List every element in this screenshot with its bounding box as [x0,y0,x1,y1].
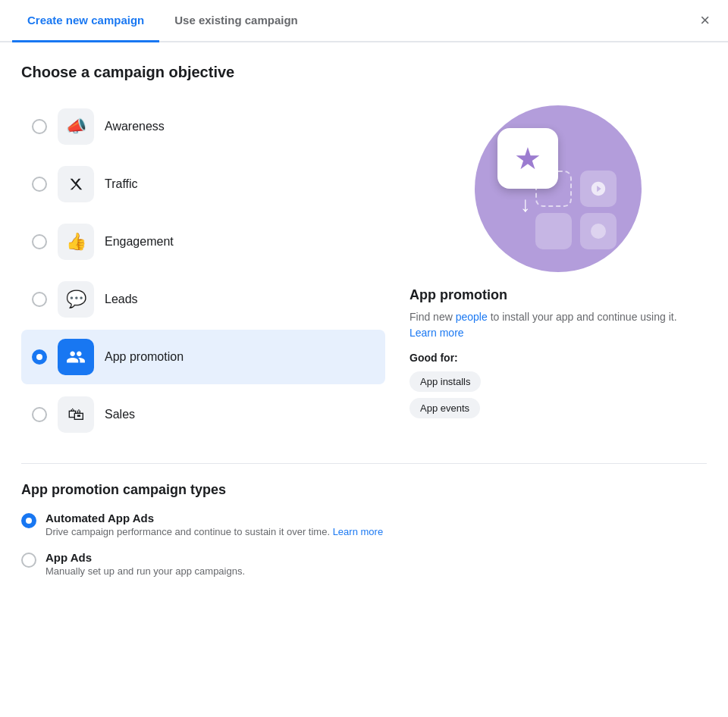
app-ads-name: App Ads [46,551,245,564]
section-divider [21,463,707,464]
objective-engagement[interactable]: 👍 Engagement [21,214,385,269]
engagement-icon-box: 👍 [58,224,94,260]
tags-list: App installs App events [410,371,481,418]
app-ads-text: App Ads Manually set up and run your app… [46,551,245,577]
campaign-type-automated[interactable]: Automated App Ads Drive campaign perform… [21,512,707,537]
radio-engagement[interactable] [32,234,47,249]
preview-desc-part1: Find new [410,311,456,323]
engagement-label: Engagement [105,235,174,249]
preview-desc-part2: to install your app and continue using i… [488,311,677,323]
tag-app-events: App events [410,398,480,418]
modal: Create new campaign Use existing campaig… [0,0,728,717]
app-grid [535,171,619,249]
objectives-list: 📣 Awareness Traffic 👍 [21,99,385,442]
sales-icon-box: 🛍 [58,396,94,433]
automated-app-ads-desc: Drive campaign performance and continue … [46,526,383,537]
preview-desc-link-learn-more[interactable]: Learn more [410,327,464,339]
radio-automated-app-ads[interactable] [21,513,36,528]
tag-app-installs: App installs [410,371,481,392]
objective-leads[interactable]: 💬 Leads [21,272,385,327]
objective-awareness[interactable]: 📣 Awareness [21,99,385,154]
sales-label: Sales [105,408,135,421]
radio-app-promotion[interactable] [32,349,47,365]
tab-bar: Create new campaign Use existing campaig… [0,0,728,42]
leads-icon-box: 💬 [58,281,94,318]
close-button[interactable]: × [694,6,716,35]
traffic-label: Traffic [105,177,138,191]
radio-awareness[interactable] [32,119,47,134]
arrow-down-icon: ↓ [520,193,531,217]
good-for-label: Good for: [410,352,458,364]
modal-body: Choose a campaign objective 📣 Awareness [0,42,728,612]
radio-traffic[interactable] [32,177,47,192]
app-cell-1 [535,171,572,207]
automated-app-ads-name: Automated App Ads [46,512,383,524]
awareness-label: Awareness [105,120,165,133]
illustration-inner: ★ ↓ [497,128,619,249]
app-cell-3 [535,213,572,249]
app-cell-4 [580,213,617,249]
automated-app-ads-text: Automated App Ads Drive campaign perform… [46,512,383,537]
app-ads-desc: Manually set up and run your app campaig… [46,565,245,577]
app-promotion-icon-box [58,339,94,375]
automated-desc-text: Drive campaign performance and continue … [46,526,333,537]
content-layout: 📣 Awareness Traffic 👍 [21,99,707,442]
campaign-type-app-ads[interactable]: App Ads Manually set up and run your app… [21,551,707,577]
preview-desc-link-people[interactable]: people [456,311,488,323]
radio-sales[interactable] [32,407,47,422]
preview-title: App promotion [410,287,507,303]
radio-app-ads[interactable] [21,553,36,568]
radio-leads[interactable] [32,292,47,307]
app-cell-2 [580,171,617,207]
tab-create-new-campaign[interactable]: Create new campaign [12,0,159,42]
awareness-icon-box: 📣 [58,108,94,145]
tab-use-existing-campaign[interactable]: Use existing campaign [159,0,313,42]
preview-illustration: ★ ↓ [475,105,642,272]
automated-learn-more-link[interactable]: Learn more [333,526,383,537]
app-promotion-label: App promotion [105,350,184,364]
preview-panel: ★ ↓ [410,99,707,442]
objective-sales[interactable]: 🛍 Sales [21,387,385,442]
section-title: Choose a campaign objective [21,64,707,81]
campaign-types-title: App promotion campaign types [21,482,707,498]
objective-app-promotion[interactable]: App promotion [21,330,385,384]
preview-description: Find new people to install your app and … [410,309,707,341]
leads-label: Leads [105,293,138,306]
traffic-icon-box [58,166,94,202]
objective-traffic[interactable]: Traffic [21,157,385,211]
